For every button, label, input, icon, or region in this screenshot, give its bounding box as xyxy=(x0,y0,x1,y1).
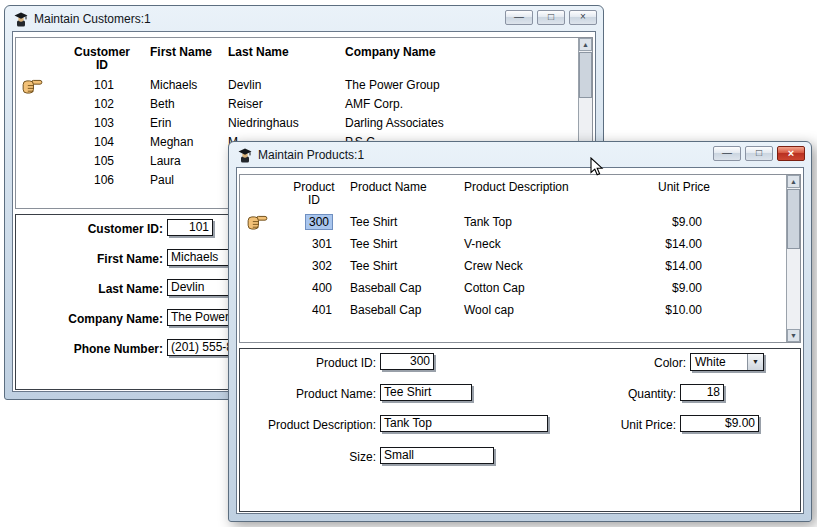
caption-buttons: — □ × xyxy=(713,146,805,161)
col-header-product-name: Product Name xyxy=(350,181,427,194)
cell-first-name: Paul xyxy=(150,171,174,190)
close-button[interactable]: × xyxy=(777,146,805,161)
scroll-up-button[interactable]: ▲ xyxy=(579,38,592,51)
products-titlebar[interactable]: Maintain Products:1 — □ × xyxy=(229,142,811,167)
cell-product-description: Crew Neck xyxy=(464,255,523,277)
customer-id-label: Customer ID: xyxy=(16,221,163,238)
quantity-field[interactable]: 18 xyxy=(680,384,724,401)
mouse-cursor xyxy=(590,157,604,180)
customers-titlebar[interactable]: Maintain Customers:1 — □ × xyxy=(5,6,603,31)
phone-number-label: Phone Number: xyxy=(16,341,163,358)
product-row[interactable]: 401 Baseball Cap Wool cap $10.00 xyxy=(240,299,785,321)
product-name-label: Product Name: xyxy=(240,386,376,403)
scroll-thumb[interactable] xyxy=(579,52,592,98)
cell-product-description: Wool cap xyxy=(464,299,514,321)
products-form: Product ID: 300 Color: White ▼ Product N… xyxy=(239,348,801,512)
cell-product-description: Tank Top xyxy=(464,211,512,233)
color-value: White xyxy=(695,355,726,369)
cell-last-name: Devlin xyxy=(228,76,261,95)
customer-row[interactable]: 101 Michaels Devlin The Power Group xyxy=(16,76,577,95)
cell-first-name: Michaels xyxy=(150,76,197,95)
products-body: Product ID Product Name Product Descript… xyxy=(236,167,804,514)
product-row[interactable]: 400 Baseball Cap Cotton Cap $9.00 xyxy=(240,277,785,299)
customer-row[interactable]: 102 Beth Reiser AMF Corp. xyxy=(16,95,577,114)
desktop: Maintain Customers:1 — □ × Customer ID F… xyxy=(0,0,817,527)
cell-customer-id: 104 xyxy=(74,133,114,152)
app-icon xyxy=(13,11,29,27)
minimize-button[interactable]: — xyxy=(505,10,533,25)
window-title: Maintain Customers:1 xyxy=(34,12,151,26)
cell-unit-price: $9.00 xyxy=(640,211,702,233)
cell-product-name: Tee Shirt xyxy=(350,233,397,255)
scroll-down-button[interactable]: ▼ xyxy=(787,329,800,342)
scroll-up-button[interactable]: ▲ xyxy=(787,175,800,188)
cell-product-id: 302 xyxy=(294,255,332,277)
unit-price-label: Unit Price: xyxy=(548,417,676,434)
cell-product-id: 301 xyxy=(294,233,332,255)
product-row[interactable]: 302 Tee Shirt Crew Neck $14.00 xyxy=(240,255,785,277)
size-label: Size: xyxy=(240,449,376,466)
minimize-button[interactable]: — xyxy=(713,146,741,161)
cell-customer-id: 102 xyxy=(74,95,114,114)
product-description-label: Product Description: xyxy=(240,417,376,434)
product-row[interactable]: 301 Tee Shirt V-neck $14.00 xyxy=(240,233,785,255)
cell-company-name: Darling Associates xyxy=(345,114,444,133)
scroll-thumb[interactable] xyxy=(787,189,800,249)
cell-product-name: Baseball Cap xyxy=(350,277,421,299)
cell-first-name: Laura xyxy=(150,152,181,171)
col-header-unit-price: Unit Price xyxy=(648,181,710,194)
product-id-field[interactable]: 300 xyxy=(380,353,434,370)
size-field[interactable]: Small xyxy=(380,447,494,464)
cell-product-id: 401 xyxy=(294,299,332,321)
col-header-product-description: Product Description xyxy=(464,181,569,194)
color-dropdown[interactable]: White ▼ xyxy=(690,353,764,371)
company-name-label: Company Name: xyxy=(16,311,163,328)
cell-product-id: 400 xyxy=(294,277,332,299)
cell-unit-price: $10.00 xyxy=(640,299,702,321)
customer-id-field[interactable]: 101 xyxy=(167,219,213,236)
first-name-label: First Name: xyxy=(16,251,163,268)
cell-last-name: Reiser xyxy=(228,95,263,114)
products-grid: Product ID Product Name Product Descript… xyxy=(239,174,801,343)
selected-cell-product-id: 300 xyxy=(306,215,332,229)
maximize-button[interactable]: □ xyxy=(745,146,773,161)
product-name-field[interactable]: Tee Shirt xyxy=(380,384,472,401)
quantity-label: Quantity: xyxy=(548,386,676,403)
cell-company-name: The Power Group xyxy=(345,76,440,95)
cell-company-name: AMF Corp. xyxy=(345,95,403,114)
product-row[interactable]: 300 Tee Shirt Tank Top $9.00 xyxy=(240,211,785,233)
col-header-company-name: Company Name xyxy=(345,46,436,59)
cell-product-description: V-neck xyxy=(464,233,501,255)
dropdown-arrow-icon[interactable]: ▼ xyxy=(747,354,763,370)
product-id-label: Product ID: xyxy=(240,355,376,372)
cell-unit-price: $9.00 xyxy=(640,277,702,299)
col-header-customer-id: Customer ID xyxy=(60,46,144,72)
col-header-last-name: Last Name xyxy=(228,46,289,59)
products-window: Maintain Products:1 — □ × Product ID Pro… xyxy=(228,141,812,522)
cell-unit-price: $14.00 xyxy=(640,255,702,277)
cell-product-description: Cotton Cap xyxy=(464,277,525,299)
unit-price-field[interactable]: $9.00 xyxy=(680,415,759,432)
cell-product-name: Tee Shirt xyxy=(350,255,397,277)
cell-unit-price: $14.00 xyxy=(640,233,702,255)
app-icon xyxy=(237,147,253,163)
product-description-field[interactable]: Tank Top xyxy=(380,415,548,432)
vertical-scrollbar[interactable]: ▲ ▼ xyxy=(786,175,800,342)
caption-buttons: — □ × xyxy=(505,10,597,25)
color-label: Color: xyxy=(548,355,686,372)
cell-product-name: Baseball Cap xyxy=(350,299,421,321)
cell-customer-id: 105 xyxy=(74,152,114,171)
customer-row[interactable]: 103 Erin Niedringhaus Darling Associates xyxy=(16,114,577,133)
cell-customer-id: 103 xyxy=(74,114,114,133)
close-button[interactable]: × xyxy=(569,10,597,25)
cell-last-name: Niedringhaus xyxy=(228,114,299,133)
cell-customer-id: 101 xyxy=(74,76,114,95)
cell-first-name: Beth xyxy=(150,95,175,114)
col-header-product-id: Product ID xyxy=(272,181,356,207)
cell-first-name: Erin xyxy=(150,114,171,133)
cell-first-name: Meghan xyxy=(150,133,193,152)
last-name-label: Last Name: xyxy=(16,281,163,298)
col-header-first-name: First Name xyxy=(150,46,212,59)
cell-product-name: Tee Shirt xyxy=(350,211,397,233)
maximize-button[interactable]: □ xyxy=(537,10,565,25)
